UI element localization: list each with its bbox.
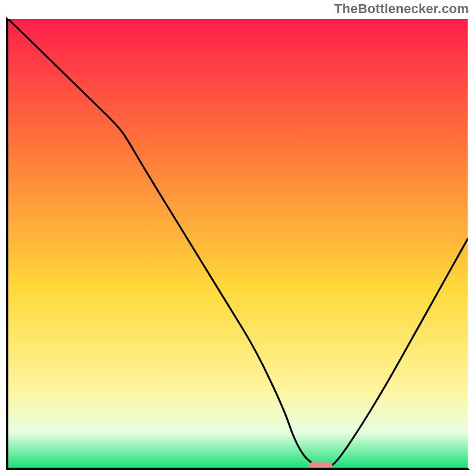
attribution-text: TheBottlenecker.com	[334, 1, 469, 17]
bottleneck-chart	[8, 19, 468, 468]
optimum-marker	[309, 462, 333, 468]
plot-area	[6, 17, 470, 470]
chart-frame: TheBottlenecker.com	[0, 0, 476, 476]
